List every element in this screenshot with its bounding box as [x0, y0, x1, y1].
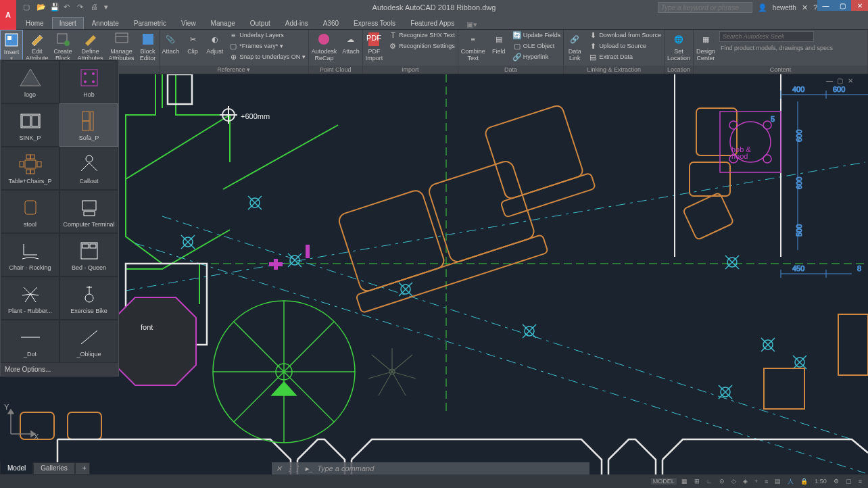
viewport-minimize-icon[interactable]: —: [826, 77, 834, 85]
underlay-layers-button[interactable]: ≡Underlay Layers: [226, 30, 308, 41]
drawing-canvas[interactable]: 大大 font: [0, 74, 868, 474]
status-grid-icon[interactable]: ▦: [679, 478, 690, 485]
tab-insert[interactable]: Insert: [52, 17, 84, 29]
adjust-button[interactable]: ◐Adjust: [203, 30, 226, 66]
palette-item-callout[interactable]: Callout: [59, 147, 118, 190]
exchange-icon[interactable]: ✕: [802, 3, 808, 12]
signin-icon[interactable]: 👤: [758, 3, 767, 12]
tab-manage[interactable]: Manage: [204, 18, 242, 29]
palette-item-stool[interactable]: stool: [1, 190, 59, 233]
ribbon-group-linking: 🔗Data Link ⬇Download from Source ⬆Upload…: [564, 30, 665, 74]
attach-button[interactable]: 📎Attach: [160, 30, 183, 66]
tab-home[interactable]: Home: [19, 18, 51, 29]
status-customize-icon[interactable]: ≡: [857, 478, 864, 485]
app-logo[interactable]: A: [0, 0, 16, 30]
palette-item-table-chairs[interactable]: Table+Chairs_P: [1, 147, 59, 190]
tab-a360[interactable]: A360: [316, 18, 345, 29]
tab-express-tools[interactable]: Express Tools: [347, 18, 402, 29]
viewport-maximize-icon[interactable]: ▢: [837, 77, 845, 85]
layout-tab-galleries[interactable]: Galleries: [33, 462, 74, 474]
update-fields-button[interactable]: 🔄Update Fields: [510, 30, 564, 41]
block-palette: logo Hob SINK_P Sofa_P Table+Chairs_P Ca…: [0, 59, 119, 376]
status-lwt-icon[interactable]: ≡: [763, 478, 770, 485]
palette-item-computer[interactable]: Computer Terminal: [59, 190, 118, 233]
status-model[interactable]: MODEL: [651, 478, 677, 485]
status-osnap-icon[interactable]: ◇: [729, 478, 738, 485]
frames-vary-button[interactable]: ▢*Frames vary* ▾: [226, 41, 308, 51]
qat-open-icon[interactable]: 📂: [37, 3, 46, 12]
viewport-close-icon[interactable]: ✕: [848, 77, 856, 85]
combine-text-button[interactable]: ≡Combine Text: [458, 30, 488, 66]
upload-source-button[interactable]: ⬆Upload to Source: [585, 41, 664, 51]
qat-new-icon[interactable]: ▢: [23, 3, 32, 12]
palette-item-chair-rocking[interactable]: Chair - Rocking: [1, 233, 59, 276]
palette-item-hob[interactable]: Hob: [59, 60, 118, 103]
tab-parametric[interactable]: Parametric: [127, 18, 173, 29]
user-name[interactable]: hewetth: [773, 4, 796, 11]
dim-600b: 600: [795, 130, 803, 142]
download-source-button[interactable]: ⬇Download from Source: [585, 30, 664, 41]
palette-item-plant-rubber[interactable]: Plant - Rubber...: [1, 276, 59, 320]
tab-expand-icon[interactable]: ▣▾: [466, 20, 477, 29]
pdf-import-button[interactable]: PDFPDF Import: [363, 30, 386, 66]
palette-item-sink[interactable]: SINK_P: [1, 103, 59, 147]
attach-pc-button[interactable]: ☁Attach: [339, 30, 362, 66]
status-ortho-icon[interactable]: ∟: [704, 478, 715, 485]
status-3dosnap-icon[interactable]: ◈: [741, 478, 750, 485]
palette-item-logo[interactable]: logo: [1, 60, 59, 103]
ribbon-group-label[interactable]: Reference ▾: [160, 66, 308, 74]
palette-item-sofa[interactable]: Sofa_P: [59, 103, 118, 147]
status-qp-icon[interactable]: ▤: [773, 478, 783, 485]
status-polar-icon[interactable]: ⊙: [717, 478, 727, 485]
palette-more-options[interactable]: More Options...: [1, 363, 118, 376]
extract-data-button[interactable]: ▤Extract Data: [585, 51, 664, 62]
recognize-shx-button[interactable]: TRecognize SHX Text: [385, 30, 458, 41]
cmdline-handle-icon[interactable]: ⋮⋮: [286, 464, 301, 473]
palette-item-bed-queen[interactable]: Bed - Queen: [59, 233, 118, 276]
design-center-button[interactable]: ▦Design Center: [694, 30, 718, 66]
seek-search-input[interactable]: [719, 31, 814, 42]
qat-undo-icon[interactable]: ↶: [64, 3, 73, 12]
minimize-button[interactable]: —: [817, 0, 834, 11]
status-max-icon[interactable]: ▢: [844, 478, 854, 485]
palette-item-dot[interactable]: _Dot: [1, 320, 59, 363]
ole-object-button[interactable]: ▢OLE Object: [510, 41, 564, 51]
cmdline-close-icon[interactable]: ✕: [276, 464, 282, 473]
set-location-button[interactable]: 🌐Set Location: [665, 30, 693, 66]
data-link-button[interactable]: 🔗Data Link: [564, 30, 585, 66]
status-scale[interactable]: 1:50: [813, 478, 829, 485]
status-ann-icon[interactable]: 🔒: [798, 478, 810, 485]
qat-save-icon[interactable]: 💾: [50, 3, 59, 12]
tab-annotate[interactable]: Annotate: [85, 18, 126, 29]
download-icon: ⬇: [588, 30, 598, 40]
palette-item-oblique[interactable]: _Oblique: [59, 320, 118, 363]
tab-view[interactable]: View: [174, 18, 203, 29]
link-icon: 🔗: [512, 52, 522, 62]
recap-button[interactable]: Autodesk ReCap: [309, 30, 340, 66]
tab-output[interactable]: Output: [243, 18, 277, 29]
layout-tab-add[interactable]: +: [75, 462, 90, 474]
tab-featured-apps[interactable]: Featured Apps: [404, 18, 461, 29]
snap-underlays-button[interactable]: ⊕Snap to Underlays ON ▾: [226, 51, 308, 62]
qat-plot-icon[interactable]: 🖨: [91, 3, 100, 12]
layers-icon: ≡: [228, 30, 238, 40]
status-dyn-icon[interactable]: +: [752, 478, 760, 485]
clip-button[interactable]: ✂Clip: [182, 30, 203, 66]
tab-addins[interactable]: Add-ins: [279, 18, 315, 29]
qat-more-icon[interactable]: ▾: [104, 3, 114, 12]
status-iso-icon[interactable]: 人: [786, 477, 796, 486]
maximize-button[interactable]: ▢: [834, 0, 851, 11]
command-line[interactable]: ✕ ⋮⋮ ▸_ Type a command: [272, 462, 589, 474]
layout-tab-model[interactable]: Model: [0, 462, 33, 474]
block-editor-button[interactable]: Block Editor: [137, 30, 159, 66]
field-button[interactable]: ▤Field: [488, 30, 510, 66]
qat-redo-icon[interactable]: ↷: [77, 3, 87, 12]
hyperlink-button[interactable]: 🔗Hyperlink: [510, 51, 564, 62]
status-snap-icon[interactable]: ⊞: [692, 478, 702, 485]
svg-rect-20: [91, 112, 93, 130]
status-gear-icon[interactable]: ⚙: [831, 478, 841, 485]
palette-item-exercise-bike[interactable]: Exercise Bike: [59, 276, 118, 320]
help-search-input[interactable]: [658, 2, 752, 13]
close-button[interactable]: ✕: [851, 0, 868, 11]
recognition-settings-button[interactable]: ⚙Recognition Settings: [385, 41, 458, 51]
